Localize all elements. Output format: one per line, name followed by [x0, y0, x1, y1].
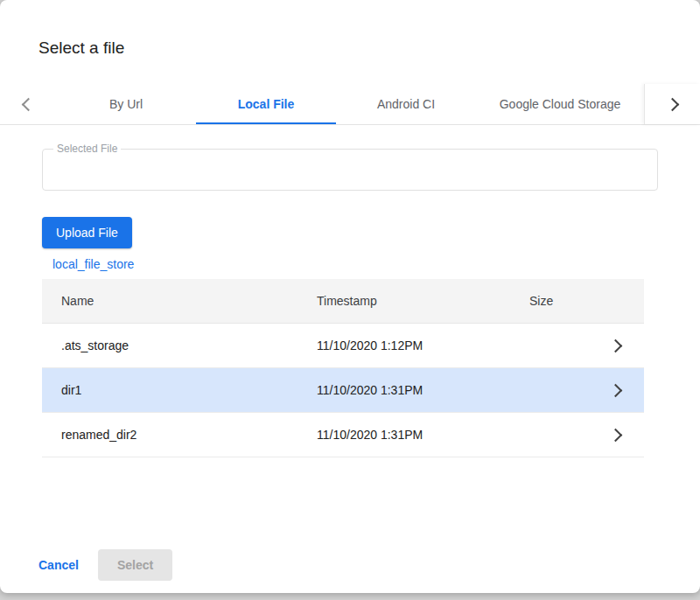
tab-by-url[interactable]: By Url: [56, 84, 196, 124]
chevron-right-icon: [608, 428, 622, 442]
tab-local-file[interactable]: Local File: [196, 84, 336, 124]
row-open-button[interactable]: [586, 430, 644, 440]
chevron-right-icon: [666, 97, 680, 111]
file-timestamp: 11/10/2020 1:31PM: [317, 383, 529, 397]
tabs-next-button[interactable]: [644, 84, 700, 124]
row-open-button[interactable]: [586, 341, 644, 351]
table-header-row: Name Timestamp Size: [42, 279, 644, 324]
column-header-timestamp: Timestamp: [317, 294, 529, 308]
dialog-actions: Cancel Select: [32, 549, 172, 581]
local-file-store-link[interactable]: local_file_store: [52, 257, 134, 271]
select-button[interactable]: Select: [98, 549, 172, 581]
chevron-right-icon: [608, 383, 622, 397]
row-open-button[interactable]: [586, 386, 644, 395]
column-header-size: Size: [529, 294, 586, 308]
selected-file-input[interactable]: [43, 150, 657, 190]
file-name: renamed_dir2: [42, 428, 317, 442]
file-timestamp: 11/10/2020 1:31PM: [317, 428, 529, 442]
file-timestamp: 11/10/2020 1:12PM: [317, 338, 529, 352]
selected-file-label: Selected File: [53, 143, 121, 155]
selected-file-field[interactable]: Selected File: [42, 149, 658, 191]
dialog-title: Select a file: [0, 0, 700, 58]
table-row[interactable]: .ats_storage 11/10/2020 1:12PM: [42, 324, 644, 368]
tab-list: By Url Local File Android CI Google Clou…: [56, 84, 644, 124]
tab-panel-local-file: Selected File Upload File local_file_sto…: [0, 149, 700, 457]
file-name: .ats_storage: [42, 338, 317, 352]
tab-android-ci[interactable]: Android CI: [336, 84, 476, 124]
table-row[interactable]: renamed_dir2 11/10/2020 1:31PM: [42, 413, 644, 457]
tab-google-cloud-storage[interactable]: Google Cloud Storage: [476, 84, 644, 124]
select-file-dialog: Select a file By Url Local File Android …: [0, 0, 700, 593]
cancel-button[interactable]: Cancel: [32, 551, 86, 579]
table-row[interactable]: dir1 11/10/2020 1:31PM: [42, 368, 644, 413]
chevron-right-icon: [608, 338, 622, 352]
file-name: dir1: [42, 383, 317, 397]
chevron-left-icon: [21, 97, 35, 111]
column-header-name: Name: [42, 294, 317, 308]
tab-bar: By Url Local File Android CI Google Clou…: [0, 84, 700, 125]
upload-file-button[interactable]: Upload File: [42, 217, 132, 248]
tabs-prev-button[interactable]: [0, 84, 56, 124]
file-browser-table: Name Timestamp Size .ats_storage 11/10/2…: [42, 279, 644, 457]
